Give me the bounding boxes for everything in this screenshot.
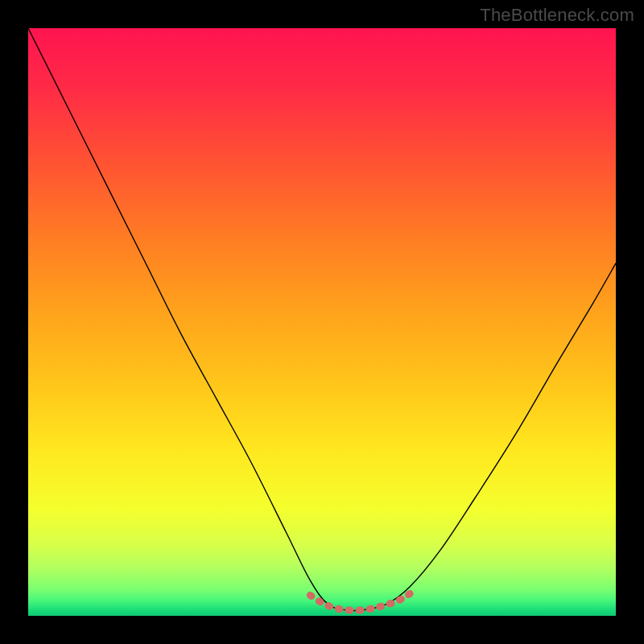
plot-area (28, 28, 616, 616)
outer-frame: TheBottleneck.com (0, 0, 644, 644)
chart-svg (28, 28, 616, 616)
watermark-text: TheBottleneck.com (480, 5, 634, 26)
bottleneck-curve (28, 28, 616, 611)
